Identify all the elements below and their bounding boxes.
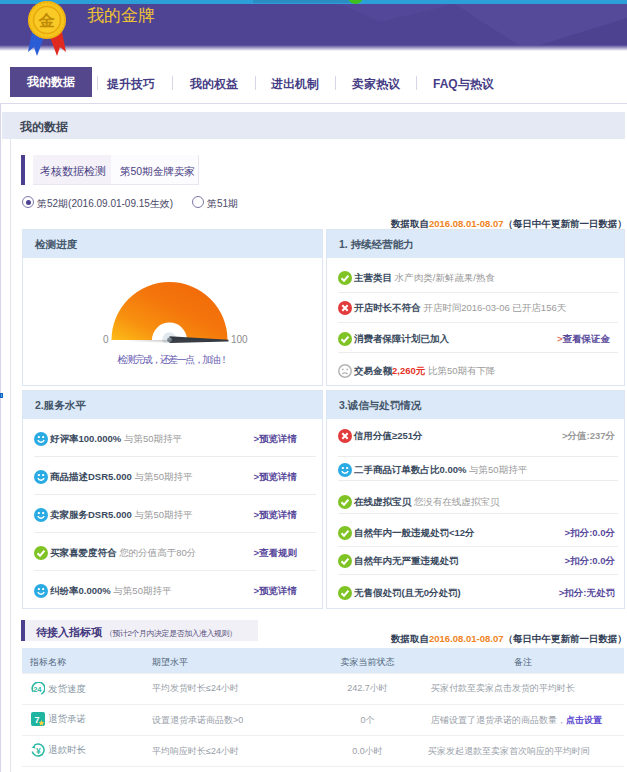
svg-text:24: 24	[33, 685, 42, 694]
svg-text:金: 金	[38, 12, 55, 29]
svg-text:7: 7	[34, 715, 39, 725]
svg-text:¥: ¥	[36, 746, 41, 756]
